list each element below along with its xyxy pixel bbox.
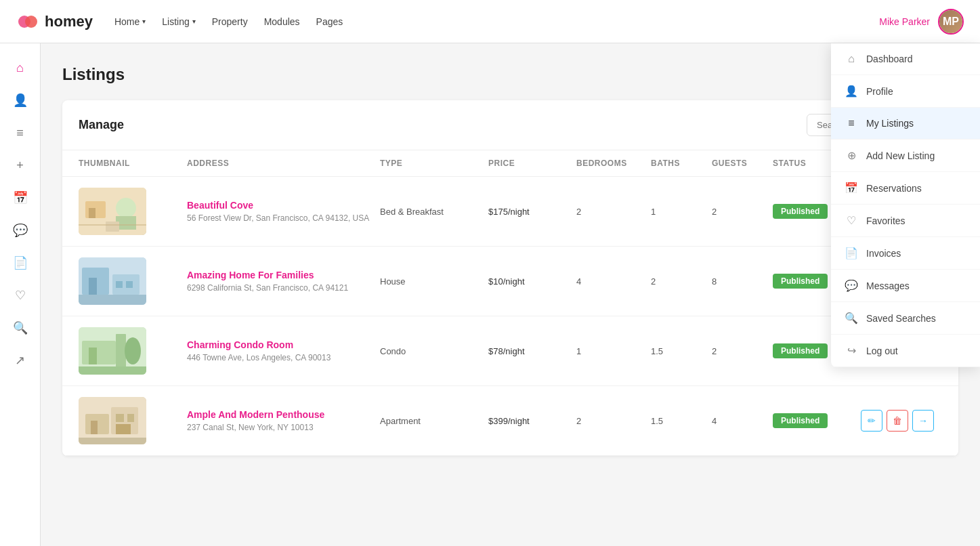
table-row: Beautiful Cove 56 Forest View Dr, San Fr…: [62, 177, 958, 247]
listing-status: Published: [773, 413, 861, 428]
listing-address: 446 Towne Ave, Los Angeles, CA 90013: [187, 353, 380, 362]
sidebar-item-search[interactable]: 🔍: [7, 314, 34, 341]
dropdown-item-favorites[interactable]: ♡ Favorites: [831, 205, 980, 237]
nav-pages[interactable]: Pages: [316, 16, 343, 27]
listing-type: House: [380, 276, 488, 287]
dashboard-icon: ⌂: [845, 53, 858, 65]
chevron-down-icon: ▾: [142, 18, 146, 25]
sidebar-item-favorites[interactable]: ♡: [7, 282, 34, 309]
sidebar-item-listings[interactable]: ≡: [7, 119, 34, 146]
dropdown-item-my-listings[interactable]: ≡ My Listings: [831, 108, 980, 140]
listing-name[interactable]: Ample And Modern Penthouse: [187, 409, 380, 420]
svg-rect-15: [126, 281, 133, 288]
dropdown-label: Messages: [866, 280, 910, 291]
sidebar-item-messages[interactable]: 💬: [7, 217, 34, 244]
listing-name[interactable]: Charming Condo Room: [187, 339, 380, 350]
col-thumbnail: Thumbnail: [79, 159, 187, 168]
avatar[interactable]: MP: [938, 9, 964, 35]
profile-icon: 👤: [845, 85, 858, 98]
sidebar-item-user[interactable]: 👤: [7, 87, 34, 114]
table-row: Charming Condo Room 446 Towne Ave, Los A…: [62, 316, 958, 386]
listing-info: Amazing Home For Families 6298 Californi…: [187, 270, 380, 293]
dropdown-item-profile[interactable]: 👤 Profile: [831, 75, 980, 108]
chevron-down-icon: ▾: [192, 18, 196, 25]
sidebar-item-home[interactable]: ⌂: [7, 54, 34, 81]
dropdown-label: Favorites: [866, 215, 906, 226]
listing-guests: 4: [712, 416, 773, 426]
table-row: Amazing Home For Families 6298 Californi…: [62, 247, 958, 316]
dropdown-label: Log out: [866, 345, 898, 356]
user-dropdown: ⌂ Dashboard 👤 Profile ≡ My Listings ⊕ Ad…: [831, 43, 980, 367]
sidebar-item-add[interactable]: +: [7, 152, 34, 179]
col-bedrooms: Bedrooms: [576, 159, 651, 168]
listing-thumbnail: [79, 327, 146, 375]
view-button[interactable]: →: [912, 410, 934, 432]
listing-type: Apartment: [380, 416, 488, 426]
dropdown-item-dashboard[interactable]: ⌂ Dashboard: [831, 43, 980, 75]
sidebar: ⌂ 👤 ≡ + 📅 💬 📄 ♡ 🔍 ↗: [0, 43, 41, 478]
listing-baths: 1.5: [651, 416, 712, 426]
delete-button[interactable]: 🗑: [887, 410, 908, 432]
listing-name[interactable]: Amazing Home For Families: [187, 270, 380, 280]
svg-rect-8: [106, 222, 119, 232]
nav-property[interactable]: Property: [212, 16, 248, 27]
listing-guests: 2: [712, 207, 773, 217]
manage-title: Manage: [79, 118, 124, 132]
top-navigation: homey Home ▾ Listing ▾ Property Modules …: [0, 0, 980, 43]
listing-info: Ample And Modern Penthouse 237 Canal St,…: [187, 409, 380, 432]
logout-icon: ↪: [845, 344, 858, 357]
dropdown-label: Add New Listing: [866, 150, 935, 161]
svg-point-21: [125, 337, 141, 364]
invoices-icon: 📄: [845, 247, 858, 259]
sidebar-item-calendar[interactable]: 📅: [7, 184, 34, 211]
table-row: Ample And Modern Penthouse 237 Canal St,…: [62, 386, 958, 456]
listing-bedrooms: 4: [576, 276, 651, 287]
listing-actions: ✏ 🗑 →: [861, 410, 942, 432]
edit-button[interactable]: ✏: [861, 410, 882, 432]
dropdown-item-saved-searches[interactable]: 🔍 Saved Searches: [831, 302, 980, 335]
logo[interactable]: homey: [16, 10, 93, 33]
svg-rect-28: [127, 414, 134, 422]
svg-rect-30: [79, 438, 146, 444]
user-name[interactable]: Mike Parker: [879, 16, 930, 27]
favorites-icon: ♡: [845, 214, 858, 227]
sidebar-item-share[interactable]: ↗: [7, 347, 34, 374]
saved-searches-icon: 🔍: [845, 312, 858, 324]
dropdown-label: Invoices: [866, 248, 901, 259]
dropdown-label: Saved Searches: [866, 313, 936, 324]
status-badge: Published: [773, 204, 828, 219]
listing-thumbnail: [79, 188, 146, 235]
dropdown-item-reservations[interactable]: 📅 Reservations: [831, 172, 980, 205]
status-badge: Published: [773, 274, 828, 289]
listing-price: $78/night: [488, 346, 576, 356]
svg-rect-22: [79, 366, 146, 375]
svg-rect-12: [89, 278, 97, 295]
listing-info: Charming Condo Room 446 Towne Ave, Los A…: [187, 339, 380, 362]
listing-name[interactable]: Beautiful Cove: [187, 200, 380, 211]
dropdown-item-invoices[interactable]: 📄 Invoices: [831, 237, 980, 270]
dropdown-item-logout[interactable]: ↪ Log out: [831, 335, 980, 367]
status-badge: Published: [773, 413, 828, 428]
dropdown-item-add-listing[interactable]: ⊕ Add New Listing: [831, 140, 980, 172]
nav-home[interactable]: Home ▾: [114, 16, 146, 27]
reservations-icon: 📅: [845, 182, 858, 194]
dropdown-item-messages[interactable]: 💬 Messages: [831, 270, 980, 302]
manage-bar: Manage: [62, 100, 958, 150]
svg-point-2: [25, 16, 37, 28]
my-listings-icon: ≡: [845, 117, 858, 129]
col-type: Type: [380, 159, 488, 168]
messages-icon: 💬: [845, 279, 858, 292]
svg-rect-27: [116, 414, 124, 422]
sidebar-item-documents[interactable]: 📄: [7, 249, 34, 276]
listing-price: $10/night: [488, 276, 576, 287]
svg-rect-25: [91, 421, 98, 434]
listings-card: Manage Thumbnail Address Type Price Bedr…: [62, 100, 958, 456]
listing-info: Beautiful Cove 56 Forest View Dr, San Fr…: [187, 200, 380, 223]
listing-price: $175/night: [488, 207, 576, 217]
nav-modules[interactable]: Modules: [264, 16, 300, 27]
col-price: Price: [488, 159, 576, 168]
nav-listing[interactable]: Listing ▾: [162, 16, 195, 27]
svg-point-6: [116, 198, 136, 218]
col-address: Address: [187, 159, 380, 168]
dropdown-label: My Listings: [866, 118, 914, 129]
